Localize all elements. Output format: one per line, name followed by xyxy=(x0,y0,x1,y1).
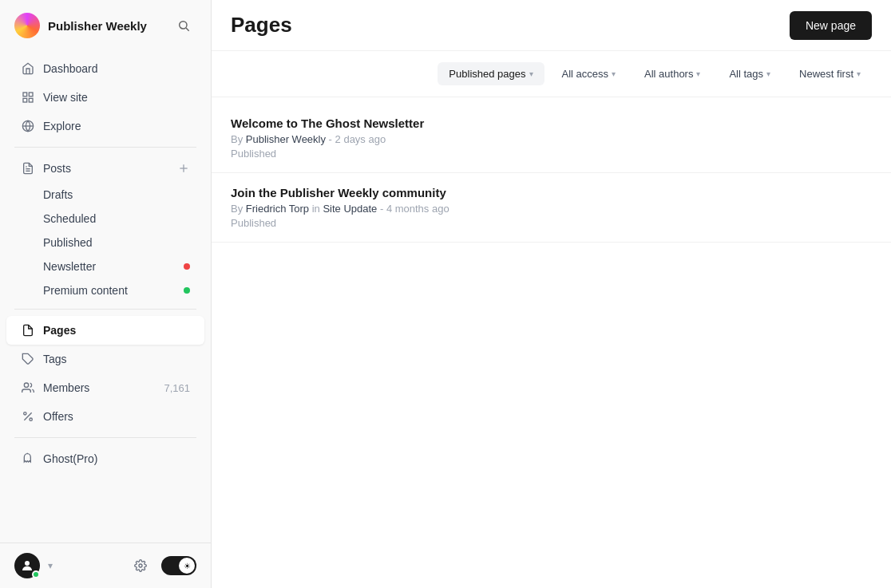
filter-published-pages[interactable]: Published pages ▾ xyxy=(438,62,544,85)
svg-point-18 xyxy=(139,564,142,567)
sidebar-item-members[interactable]: Members 7,161 xyxy=(6,373,204,402)
premium-label: Premium content xyxy=(43,284,128,297)
house-icon xyxy=(21,61,35,76)
page-title: Pages xyxy=(231,13,292,37)
filter-published-pages-label: Published pages xyxy=(449,68,525,80)
chevron-down-icon: ▾ xyxy=(612,69,616,78)
filter-all-tags-label: All tags xyxy=(729,68,763,80)
svg-point-16 xyxy=(30,418,32,420)
page-item-title: Join the Publisher Weekly community xyxy=(231,186,843,199)
sun-icon: ☀ xyxy=(184,562,191,570)
ghost-icon xyxy=(21,452,35,466)
pages-label: Pages xyxy=(43,324,76,337)
sidebar-footer: ▾ ☀ xyxy=(0,543,211,588)
page-item-meta: By Friedrich Torp in Site Update - 4 mon… xyxy=(231,203,843,215)
new-page-button[interactable]: New page xyxy=(790,11,872,40)
sidebar: Publisher Weekly Dashboard xyxy=(0,0,212,588)
filters-bar: Published pages ▾ All access ▾ All autho… xyxy=(212,51,891,97)
page-item-content: Welcome to The Ghost Newsletter By Publi… xyxy=(231,116,843,160)
edit-page-button[interactable] xyxy=(843,124,872,152)
user-chevron-icon[interactable]: ▾ xyxy=(48,560,53,571)
edit-page-button[interactable] xyxy=(843,193,872,222)
sidebar-item-explore[interactable]: Explore xyxy=(6,112,204,140)
members-label: Members xyxy=(43,381,89,394)
grid-icon xyxy=(21,90,35,105)
edit-icon xyxy=(852,202,863,213)
svg-line-14 xyxy=(24,412,31,420)
sidebar-item-label: Dashboard xyxy=(43,62,98,75)
table-row[interactable]: Welcome to The Ghost Newsletter By Publi… xyxy=(212,104,891,173)
filter-all-tags[interactable]: All tags ▾ xyxy=(718,62,782,85)
chevron-down-icon: ▾ xyxy=(529,69,533,78)
chevron-down-icon: ▾ xyxy=(857,69,861,78)
page-date: 4 months ago xyxy=(386,203,449,215)
newsletter-label: Newsletter xyxy=(43,260,96,273)
pages-icon xyxy=(21,323,35,337)
svg-line-1 xyxy=(186,28,189,31)
user-avatar[interactable] xyxy=(14,553,40,578)
svg-rect-5 xyxy=(23,98,27,102)
search-button[interactable] xyxy=(171,13,196,38)
published-label: Published xyxy=(43,236,93,249)
brand-link[interactable]: Publisher Weekly xyxy=(14,13,147,38)
add-post-button[interactable] xyxy=(177,162,190,175)
nav-divider xyxy=(14,147,196,148)
offers-label: Offers xyxy=(43,410,73,423)
sidebar-item-label: View site xyxy=(43,91,88,104)
sidebar-item-published[interactable]: Published xyxy=(6,231,204,255)
tag-icon xyxy=(21,352,35,366)
premium-dot xyxy=(184,287,190,294)
page-tag-link[interactable]: Site Update xyxy=(323,203,377,215)
theme-toggle-knob: ☀ xyxy=(179,558,195,574)
svg-point-13 xyxy=(24,383,28,387)
pages-list: Welcome to The Ghost Newsletter By Publi… xyxy=(212,97,891,588)
ghost-pro-label: Ghost(Pro) xyxy=(43,452,97,465)
filter-all-authors[interactable]: All authors ▾ xyxy=(633,62,711,85)
sidebar-item-drafts[interactable]: Drafts xyxy=(6,183,204,207)
page-author: Publisher Weekly xyxy=(246,133,326,145)
table-row[interactable]: Join the Publisher Weekly community By F… xyxy=(212,173,891,243)
chevron-down-icon: ▾ xyxy=(696,69,700,78)
file-text-icon xyxy=(21,161,35,176)
user-status-dot xyxy=(32,570,40,578)
sidebar-item-tags[interactable]: Tags xyxy=(6,345,204,373)
page-item-title: Welcome to The Ghost Newsletter xyxy=(231,116,843,130)
globe-icon xyxy=(21,119,35,133)
sidebar-item-posts[interactable]: Posts xyxy=(6,154,204,183)
theme-toggle[interactable]: ☀ xyxy=(161,556,196,575)
tags-label: Tags xyxy=(43,353,67,365)
nav-divider-3 xyxy=(14,437,196,438)
sidebar-item-premium[interactable]: Premium content xyxy=(6,278,204,302)
members-count: 7,161 xyxy=(164,382,190,394)
sidebar-item-scheduled[interactable]: Scheduled xyxy=(6,207,204,231)
page-date: 2 days ago xyxy=(335,133,386,145)
page-item-status: Published xyxy=(231,217,843,229)
sidebar-header: Publisher Weekly xyxy=(0,0,211,51)
drafts-label: Drafts xyxy=(43,188,73,201)
filter-newest-first-label: Newest first xyxy=(799,68,853,80)
sidebar-item-ghost-pro[interactable]: Ghost(Pro) xyxy=(6,444,204,473)
brand-name: Publisher Weekly xyxy=(48,19,147,33)
main-content: Pages New page Published pages ▾ All acc… xyxy=(212,0,891,588)
sidebar-item-newsletter[interactable]: Newsletter xyxy=(6,255,204,278)
filter-newest-first[interactable]: Newest first ▾ xyxy=(788,62,872,85)
sidebar-item-dashboard[interactable]: Dashboard xyxy=(6,54,204,83)
filter-all-authors-label: All authors xyxy=(644,68,693,80)
edit-icon xyxy=(852,132,863,144)
sidebar-item-pages[interactable]: Pages xyxy=(6,316,204,345)
sidebar-item-offers[interactable]: Offers xyxy=(6,402,204,431)
newsletter-dot xyxy=(184,263,190,270)
svg-point-15 xyxy=(24,412,26,415)
chevron-down-icon: ▾ xyxy=(766,69,770,78)
sidebar-item-view-site[interactable]: View site xyxy=(6,83,204,112)
settings-button[interactable] xyxy=(128,553,153,578)
filter-all-access[interactable]: All access ▾ xyxy=(551,62,628,85)
filter-all-access-label: All access xyxy=(562,68,609,80)
percent-icon xyxy=(21,409,35,424)
nav-divider-2 xyxy=(14,309,196,310)
page-item-content: Join the Publisher Weekly community By F… xyxy=(231,186,843,229)
brand-avatar xyxy=(14,13,40,38)
svg-point-0 xyxy=(180,22,187,29)
svg-rect-4 xyxy=(29,98,33,102)
scheduled-label: Scheduled xyxy=(43,212,96,225)
